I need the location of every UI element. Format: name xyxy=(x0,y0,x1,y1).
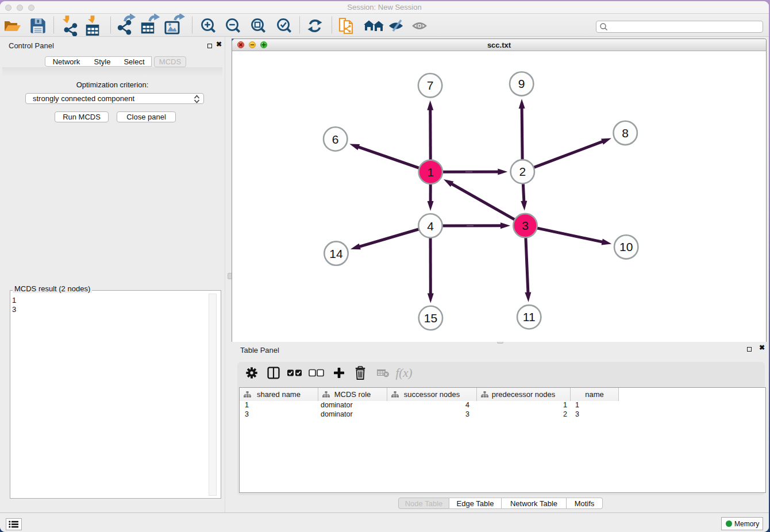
svg-text:11: 11 xyxy=(523,310,536,323)
svg-text:14: 14 xyxy=(329,246,343,260)
svg-text:6: 6 xyxy=(332,132,339,145)
svg-text:10: 10 xyxy=(619,240,633,253)
svg-text:1: 1 xyxy=(427,165,434,178)
svg-text:8: 8 xyxy=(622,126,629,139)
svg-text:3: 3 xyxy=(522,219,529,232)
svg-text:15: 15 xyxy=(424,311,437,325)
svg-text:9: 9 xyxy=(518,77,525,90)
svg-text:4: 4 xyxy=(427,219,434,232)
svg-text:7: 7 xyxy=(427,79,434,92)
svg-text:2: 2 xyxy=(519,165,526,178)
svg-text:f(x): f(x) xyxy=(395,366,412,380)
